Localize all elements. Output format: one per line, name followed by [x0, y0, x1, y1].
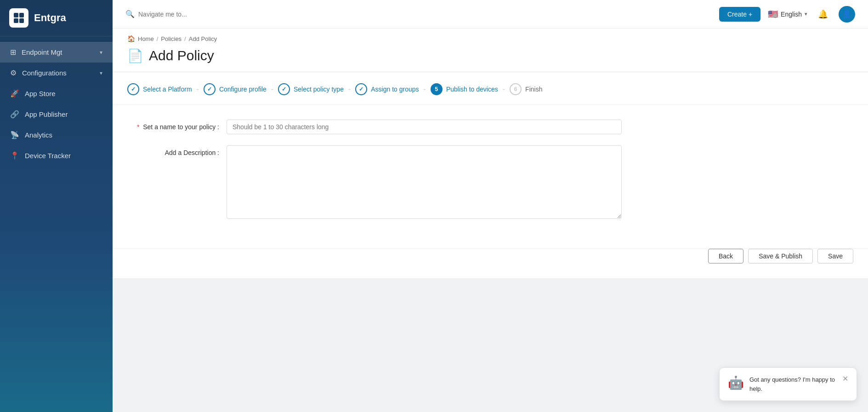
step-dash-5: - — [503, 85, 505, 93]
step-select-platform: ✓ Select a Platform — [127, 83, 192, 95]
required-star: * — [137, 123, 139, 131]
sidebar-nav: ⊞ Endpoint Mgt ▾ ⚙ Configurations ▾ 🚀 Ap… — [0, 36, 113, 412]
notifications-button[interactable]: 🔔 — [815, 6, 831, 23]
sidebar-label-endpoint-mgt: Endpoint Mgt — [22, 48, 62, 56]
save-button[interactable]: Save — [817, 249, 853, 263]
step-label-select-platform: Select a Platform — [143, 86, 192, 93]
sidebar-item-endpoint-mgt[interactable]: ⊞ Endpoint Mgt ▾ — [0, 42, 113, 63]
chat-widget: 🤖 Got any questions? I'm happy to help. … — [719, 367, 857, 401]
policy-description-input[interactable] — [227, 145, 622, 219]
step-circle-6: 6 — [510, 83, 522, 95]
breadcrumb-current: Add Policy — [189, 35, 217, 42]
flag-icon: 🇺🇸 — [768, 9, 778, 19]
step-label-assign-to-groups: Assign to groups — [371, 86, 419, 93]
logo-area: Entgra — [0, 0, 113, 36]
back-button[interactable]: Back — [708, 249, 743, 263]
step-label-finish: Finish — [525, 86, 542, 93]
breadcrumb-sep-1: / — [157, 35, 159, 42]
name-label: * Set a name to your policy : — [127, 120, 219, 131]
sidebar-label-app-store: App Store — [25, 90, 56, 97]
description-label: Add a Description : — [127, 145, 219, 156]
step-circle-2: ✓ — [204, 83, 216, 95]
logo-icon — [9, 8, 28, 28]
app-publisher-icon: 🔗 — [10, 110, 19, 119]
page-title: Add Policy — [149, 48, 214, 63]
main-area: 🔍 Create + 🇺🇸 English ▾ 🔔 👤 🏠 Home / Pol… — [113, 0, 868, 412]
step-label-select-policy-type: Select policy type — [294, 86, 344, 93]
topbar: 🔍 Create + 🇺🇸 English ▾ 🔔 👤 — [113, 0, 868, 29]
step-dash-1: - — [197, 85, 199, 93]
svg-rect-2 — [14, 18, 18, 23]
sidebar-item-configurations[interactable]: ⚙ Configurations ▾ — [0, 63, 113, 83]
app-store-icon: 🚀 — [10, 89, 19, 98]
step-circle-5: 5 — [431, 83, 443, 95]
language-selector[interactable]: 🇺🇸 English ▾ — [768, 9, 807, 19]
sidebar: Entgra ⊞ Endpoint Mgt ▾ ⚙ Configurations… — [0, 0, 113, 412]
policy-name-input[interactable] — [227, 120, 622, 134]
step-dash-3: - — [348, 85, 351, 93]
sidebar-label-device-tracker: Device Tracker — [25, 152, 71, 160]
topbar-right: Create + 🇺🇸 English ▾ 🔔 👤 — [719, 6, 855, 23]
breadcrumb-policies[interactable]: Policies — [161, 35, 182, 42]
device-tracker-icon: 📍 — [10, 151, 19, 160]
policy-form-card: ✓ Select a Platform - ✓ Configure profil… — [113, 72, 868, 278]
name-field-row: * Set a name to your policy : — [127, 120, 853, 134]
sidebar-item-device-tracker[interactable]: 📍 Device Tracker — [0, 145, 113, 166]
chatbot-icon: 🤖 — [728, 375, 744, 390]
step-finish: 6 Finish — [510, 83, 542, 95]
page-title-row: 📄 Add Policy — [127, 48, 853, 72]
step-circle-4: ✓ — [355, 83, 367, 95]
step-circle-3: ✓ — [278, 83, 290, 95]
sidebar-item-app-store[interactable]: 🚀 App Store — [0, 83, 113, 104]
action-row: Back Save & Publish Save — [113, 249, 868, 278]
svg-rect-1 — [19, 13, 24, 17]
breadcrumb-sep-2: / — [184, 35, 186, 42]
chevron-down-icon-lang: ▾ — [805, 11, 807, 17]
search-area: 🔍 — [125, 10, 318, 18]
chevron-down-icon: ▾ — [100, 49, 102, 56]
step-assign-to-groups: ✓ Assign to groups — [355, 83, 419, 95]
language-label: English — [781, 11, 802, 18]
search-icon: 🔍 — [125, 10, 135, 18]
breadcrumb: 🏠 Home / Policies / Add Policy — [127, 35, 853, 42]
sidebar-label-configurations: Configurations — [22, 69, 67, 77]
svg-rect-3 — [19, 18, 24, 23]
step-dash-2: - — [271, 85, 273, 93]
stepper: ✓ Select a Platform - ✓ Configure profil… — [113, 72, 868, 105]
endpoint-mgt-icon: ⊞ — [10, 48, 16, 57]
sidebar-label-analytics: Analytics — [25, 131, 52, 139]
home-icon: 🏠 — [127, 35, 135, 42]
create-button[interactable]: Create + — [719, 7, 760, 22]
step-select-policy-type: ✓ Select policy type — [278, 83, 344, 95]
brand-name: Entgra — [34, 12, 66, 24]
save-publish-button[interactable]: Save & Publish — [748, 249, 813, 263]
sidebar-label-app-publisher: App Publisher — [25, 110, 68, 118]
breadcrumb-bar: 🏠 Home / Policies / Add Policy 📄 Add Pol… — [113, 29, 868, 72]
page-title-icon: 📄 — [127, 48, 143, 63]
chat-close-button[interactable]: ✕ — [842, 375, 848, 383]
step-label-publish-to-devices: Publish to devices — [446, 86, 498, 93]
step-dash-4: - — [424, 85, 426, 93]
svg-rect-0 — [14, 13, 18, 17]
configurations-icon: ⚙ — [10, 69, 17, 77]
search-input[interactable] — [138, 11, 318, 18]
description-field-row: Add a Description : — [127, 145, 853, 219]
sidebar-item-analytics[interactable]: 📡 Analytics — [0, 125, 113, 145]
step-label-configure-profile: Configure profile — [219, 86, 267, 93]
chat-message: Got any questions? I'm happy to help. — [749, 375, 837, 393]
breadcrumb-home[interactable]: Home — [138, 35, 154, 42]
step-publish-to-devices: 5 Publish to devices — [431, 83, 498, 95]
content-area: 🏠 Home / Policies / Add Policy 📄 Add Pol… — [113, 29, 868, 412]
step-circle-1: ✓ — [127, 83, 139, 95]
user-avatar[interactable]: 👤 — [839, 6, 855, 23]
sidebar-item-app-publisher[interactable]: 🔗 App Publisher — [0, 104, 113, 125]
chevron-down-icon-2: ▾ — [100, 70, 102, 76]
form-body: * Set a name to your policy : Add a Desc… — [113, 105, 868, 248]
step-configure-profile: ✓ Configure profile — [204, 83, 267, 95]
analytics-icon: 📡 — [10, 131, 19, 139]
